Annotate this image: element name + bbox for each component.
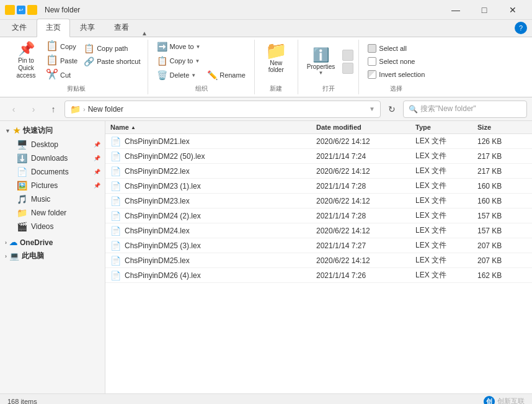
sidebar-item-downloads[interactable]: ⬇️ Downloads <box>2 151 103 165</box>
address-chevron-icon: ▼ <box>369 105 375 112</box>
cut-button[interactable]: ✂️ Cut <box>43 68 80 82</box>
file-name-label: ChsPinyinDM24.lex <box>125 227 190 235</box>
delete-button[interactable]: 🗑️ Delete ▼ <box>153 68 200 82</box>
minimize-button[interactable]: — <box>441 0 470 20</box>
col-date[interactable]: Date modified <box>316 123 415 131</box>
col-name[interactable]: Name ▲ <box>110 123 316 131</box>
select-all-button[interactable]: Select all <box>364 42 428 55</box>
rename-button[interactable]: ✏️ Rename <box>203 68 249 82</box>
file-row[interactable]: 📄 ChsPinyinDM23.lex 2020/6/22 14:12 LEX … <box>105 194 532 209</box>
tab-home[interactable]: 主页 <box>37 19 70 37</box>
quick-access-header[interactable]: ▼ ★ 快速访问 <box>0 123 105 138</box>
file-row[interactable]: 📄 ChsPinyinDM21.lex 2020/6/22 14:12 LEX … <box>105 134 532 149</box>
sidebar-item-pictures[interactable]: 🖼️ Pictures <box>2 179 103 192</box>
move-to-button[interactable]: ➡️ Move to ▼ <box>153 40 249 53</box>
search-bar[interactable]: 🔍 搜索"New folder" <box>403 101 527 118</box>
sidebar-item-music[interactable]: 🎵 Music <box>2 192 103 206</box>
file-row[interactable]: 📄 ChsPinyinDM23 (1).lex 2021/1/14 7:28 L… <box>105 179 532 194</box>
ribbon-collapse-icon[interactable]: ▲ <box>139 30 150 37</box>
file-name-label: ChsPinyinDM21.lex <box>125 137 190 146</box>
file-name-label: ChsPinyinDM23 (1).lex <box>125 182 201 191</box>
file-name-cell: 📄 ChsPinyinDM23 (1).lex <box>110 181 316 191</box>
file-icon: 📄 <box>110 211 121 221</box>
delete-rename-group: 🗑️ Delete ▼ ✏️ Rename <box>153 68 249 82</box>
close-button[interactable]: ✕ <box>499 0 527 20</box>
back-button[interactable]: ‹ <box>5 101 22 118</box>
file-icon: 📄 <box>110 256 121 266</box>
paste-icon: 📋 <box>46 55 58 65</box>
paste-button[interactable]: 📋 Paste <box>43 54 80 68</box>
clipboard-group-label: 剪贴板 <box>10 83 143 94</box>
watermark-logo: 创 <box>484 396 495 405</box>
main-area: ▼ ★ 快速访问 🖥️ Desktop ⬇️ Downloads 📄 Docum… <box>0 121 532 393</box>
status-bar: 168 items 创 创新互联 <box>0 393 532 404</box>
invert-selection-button[interactable]: Invert selection <box>364 68 428 81</box>
sidebar: ▼ ★ 快速访问 🖥️ Desktop ⬇️ Downloads 📄 Docum… <box>0 121 105 393</box>
file-name-cell: 📄 ChsPinyinDM24 (2).lex <box>110 210 316 221</box>
tab-file[interactable]: 文件 <box>2 19 36 37</box>
file-row[interactable]: 📄 ChsPinyinDM25.lex 2020/6/22 14:12 LEX … <box>105 253 532 268</box>
paste-shortcut-button[interactable]: 🔗 Paste shortcut <box>81 55 143 68</box>
help-button[interactable]: ? <box>515 22 527 34</box>
open-extra-1[interactable] <box>342 50 353 61</box>
sidebar-item-desktop[interactable]: 🖥️ Desktop <box>2 138 103 151</box>
copy-path-label: Copy path <box>97 45 128 52</box>
file-type-cell: LEX 文件 <box>415 166 477 176</box>
file-size-cell: 157 KB <box>477 210 527 221</box>
file-type-cell: LEX 文件 <box>415 181 477 191</box>
search-placeholder: 搜索"New folder" <box>420 104 476 114</box>
file-row[interactable]: 📄 ChsPinyinDM22 (50).lex 2021/1/14 7:24 … <box>105 149 532 164</box>
properties-button[interactable]: ℹ️ Properties ▼ <box>303 45 339 78</box>
pictures-icon: 🖼️ <box>17 181 27 191</box>
onedrive-label: OneDrive <box>20 238 53 247</box>
sidebar-item-documents[interactable]: 📄 Documents <box>2 165 103 179</box>
file-name-label: ChsPinyinDM22 (50).lex <box>125 152 205 161</box>
paste-shortcut-icon: 🔗 <box>84 56 94 66</box>
open-extra-2[interactable] <box>342 63 353 74</box>
file-name-cell: 📄 ChsPinyinDM25.lex <box>110 255 316 266</box>
file-row[interactable]: 📄 ChsPinyinDM25 (3).lex 2021/1/14 7:27 L… <box>105 238 532 253</box>
rename-label: Rename <box>219 71 246 79</box>
sidebar-item-videos[interactable]: 🎬 Videos <box>2 220 103 233</box>
properties-dropdown-icon: ▼ <box>319 70 324 76</box>
new-folder-button[interactable]: 📁 New folder <box>260 40 292 76</box>
copy-to-button[interactable]: 📋 Copy to ▼ <box>153 54 249 68</box>
col-type[interactable]: Type <box>415 123 477 131</box>
tab-share[interactable]: 共享 <box>71 19 104 37</box>
file-row[interactable]: 📄 ChsPinyinDM26 (4).lex 2021/1/14 7:26 L… <box>105 268 532 283</box>
file-row[interactable]: 📄 ChsPinyinDM22.lex 2020/6/22 14:12 LEX … <box>105 164 532 179</box>
copy-button[interactable]: 📋 Copy <box>43 40 80 53</box>
thispc-header[interactable]: › 💻 此电脑 <box>0 249 105 263</box>
file-type-cell: LEX 文件 <box>415 225 477 236</box>
maximize-button[interactable]: □ <box>470 0 499 20</box>
select-buttons: Select all Select none Invert selection <box>364 40 428 83</box>
forward-button[interactable]: › <box>25 101 42 118</box>
onedrive-header[interactable]: › ☁ OneDrive <box>0 236 105 249</box>
pin-quick-access-button[interactable]: 📌 Pin to Quick access <box>10 40 42 82</box>
file-row[interactable]: 📄 ChsPinyinDM24.lex 2020/6/22 14:12 LEX … <box>105 223 532 238</box>
up-button[interactable]: ↑ <box>45 101 62 118</box>
col-size[interactable]: Size <box>477 123 527 131</box>
ribbon-content: 📌 Pin to Quick access 📋 Copy 📋 Paste ✂️ … <box>0 37 532 97</box>
copy-path-button[interactable]: 📋 Copy path <box>81 42 143 55</box>
move-icon: ➡️ <box>157 42 167 52</box>
file-size-cell: 207 KB <box>477 240 527 251</box>
paste-label: Paste <box>60 57 78 65</box>
file-type-cell: LEX 文件 <box>415 210 477 221</box>
copy-path-icon: 📋 <box>84 43 94 53</box>
organize-buttons: ➡️ Move to ▼ 📋 Copy to ▼ 🗑️ Delete ▼ <box>153 40 249 82</box>
refresh-button[interactable]: ↻ <box>383 101 401 118</box>
new-folder-label: New folder <box>268 60 284 73</box>
address-bar[interactable]: 📁 › New folder ▼ <box>64 101 381 118</box>
tab-view[interactable]: 查看 <box>105 19 138 37</box>
copy-label: Copy <box>60 43 76 50</box>
file-icon: 📄 <box>110 181 121 191</box>
file-row[interactable]: 📄 ChsPinyinDM24 (2).lex 2021/1/14 7:28 L… <box>105 209 532 223</box>
file-size-cell: 160 KB <box>477 181 527 191</box>
select-none-button[interactable]: Select none <box>364 55 428 68</box>
sidebar-item-new-folder[interactable]: 📁 New folder <box>2 206 103 220</box>
file-date-cell: 2021/1/14 7:24 <box>316 151 415 161</box>
select-all-label: Select all <box>379 45 407 52</box>
col-name-label: Name <box>110 123 129 131</box>
select-all-icon <box>368 44 376 53</box>
